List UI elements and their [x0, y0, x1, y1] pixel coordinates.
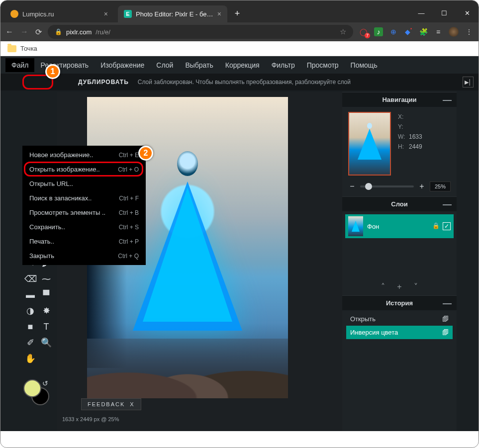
close-window-button[interactable]: ✕: [456, 3, 479, 22]
bookmark-folder-icon[interactable]: [7, 45, 16, 52]
back-button[interactable]: ←: [5, 27, 13, 36]
reload-button[interactable]: ⟳: [35, 27, 42, 37]
menu-image[interactable]: Изображение: [95, 58, 150, 72]
layers-panel-header: Слои —: [342, 196, 457, 211]
minimize-button[interactable]: —: [410, 3, 433, 22]
reading-list-icon[interactable]: ≡: [434, 27, 443, 36]
browser-menu-icon[interactable]: ⋮: [465, 27, 474, 36]
url-field[interactable]: 🔒 pixlr.com/ru/e/ ☆: [48, 25, 353, 39]
file-menu-item-3[interactable]: Поиск в запасниках..Ctrl + F: [22, 191, 146, 205]
history-panel-collapse-icon[interactable]: —: [443, 301, 452, 306]
navigator-info: X: Y: W:1633 H:2449: [398, 112, 422, 176]
zoom-value[interactable]: 25%: [430, 181, 451, 191]
nav-panel-collapse-icon[interactable]: —: [443, 97, 452, 102]
layer-row-background[interactable]: Фон 🔒 ✓: [345, 214, 454, 238]
window-controls: — ☐ ✕: [410, 3, 479, 22]
menu-layer[interactable]: Слой: [150, 58, 179, 72]
menu-adjustment[interactable]: Коррекция: [219, 58, 266, 72]
zoom-tool[interactable]: 🔍: [38, 335, 54, 351]
replace-color-tool[interactable]: ◑: [22, 303, 38, 319]
star-icon[interactable]: ☆: [340, 27, 346, 36]
layer-visible-icon[interactable]: ✓: [443, 222, 451, 230]
menu-select[interactable]: Выбрать: [179, 58, 219, 72]
nav-panel-header: Навигации —: [342, 92, 457, 107]
profile-avatar[interactable]: [449, 27, 459, 37]
forward-button[interactable]: →: [20, 27, 28, 36]
ext-globe-icon[interactable]: ⊕: [389, 27, 398, 36]
sharpen-tool[interactable]: ✸: [38, 303, 54, 319]
extensions-puzzle-icon[interactable]: 🧩: [419, 27, 428, 36]
history-item-open[interactable]: Открыть 🗐: [346, 312, 453, 326]
layer-thumbnail: [348, 216, 363, 236]
tab1-close-icon[interactable]: ×: [104, 10, 108, 18]
file-menu-label: Открыть изображение..: [29, 166, 100, 173]
favicon-lumpics: [10, 10, 18, 18]
tab-pixlr[interactable]: E Photo Editor: Pixlr E - бесплатны ×: [118, 5, 227, 22]
file-menu-item-1[interactable]: Открыть изображение..Ctrl + O: [22, 162, 146, 177]
file-menu-item-0[interactable]: Новое изображение..Ctrl + E: [22, 148, 146, 162]
ext-cube-icon[interactable]: ◆•: [404, 27, 413, 36]
opt-duplicate[interactable]: ДУБЛИРОВАТЬ: [78, 79, 129, 86]
file-menu-shortcut: Ctrl + P: [119, 238, 139, 245]
navigator-thumbnail[interactable]: [348, 112, 391, 176]
annotation-badge-2: 2: [138, 146, 153, 161]
ext-music-icon[interactable]: ♪: [374, 27, 383, 36]
layers-panel-collapse-icon[interactable]: —: [443, 202, 452, 207]
file-menu-shortcut: Ctrl + B: [119, 209, 139, 216]
zoom-out-button[interactable]: −: [348, 182, 356, 191]
layer-lock-icon[interactable]: 🔒: [432, 222, 440, 230]
feedback-button[interactable]: FEEDBACK X: [81, 398, 141, 410]
history-panel-header: История —: [342, 295, 457, 310]
new-tab-button[interactable]: +: [230, 6, 244, 20]
url-path: /ru/e/: [96, 28, 110, 36]
file-menu-item-7[interactable]: ЗакрытьCtrl + Q: [22, 249, 146, 263]
menu-view[interactable]: Просмотр: [301, 58, 345, 72]
gradient-tool[interactable]: ▀: [38, 287, 54, 303]
fill-tool[interactable]: ▬: [22, 287, 38, 303]
zoom-slider[interactable]: [360, 185, 414, 187]
expand-options-icon[interactable]: ▶│: [463, 77, 474, 88]
ext-opera-icon[interactable]: ◯7: [359, 27, 368, 36]
hand-tool[interactable]: ✋: [22, 351, 38, 366]
locked-message-1: Слой заблокирован. Чтобы выполнять преоб…: [138, 79, 351, 86]
foreground-swatch[interactable]: [23, 379, 41, 397]
layers-footer: ˄ + ˅: [342, 280, 457, 295]
add-layer-icon[interactable]: +: [397, 282, 401, 291]
extension-icons: ◯7 ♪ ⊕ ◆• 🧩 ≡ ⋮: [359, 27, 474, 37]
menu-edit[interactable]: Редактировать: [34, 58, 95, 72]
layer-up-icon[interactable]: ˄: [381, 282, 385, 291]
eraser-tool[interactable]: ⌫: [22, 271, 38, 287]
menu-help[interactable]: Помощь: [345, 58, 383, 72]
file-menu-item-6[interactable]: Печать..Ctrl + P: [22, 234, 146, 249]
shape-tool[interactable]: ■: [22, 319, 38, 335]
menu-file[interactable]: Файл: [5, 58, 34, 72]
maximize-button[interactable]: ☐: [433, 3, 456, 22]
history-list: Открыть 🗐 Инверсия цвета 🗐: [342, 310, 457, 341]
layer-down-icon[interactable]: ˅: [414, 282, 418, 291]
zoom-in-button[interactable]: +: [418, 182, 426, 191]
tab2-close-icon[interactable]: ×: [217, 10, 221, 18]
smudge-tool[interactable]: ⁓: [38, 271, 54, 287]
tab-lumpics[interactable]: Lumpics.ru ×: [4, 5, 114, 22]
eyedropper-tool[interactable]: ✐: [22, 335, 38, 351]
history-doc-icon: 🗐: [442, 315, 449, 323]
tab2-title: Photo Editor: Pixlr E - бесплатны: [136, 10, 213, 18]
nav-w-value: 1633: [409, 133, 422, 140]
file-menu-label: Открыть URL..: [29, 180, 73, 187]
history-item-invert[interactable]: Инверсия цвета 🗐: [346, 326, 453, 339]
feedback-close-icon[interactable]: X: [130, 401, 134, 407]
file-menu-item-2[interactable]: Открыть URL..: [22, 177, 146, 191]
menu-filter[interactable]: Фильтр: [266, 58, 301, 72]
bookmark-label[interactable]: Точка: [20, 45, 37, 52]
history-panel-title: История: [386, 299, 413, 307]
swap-colors-icon[interactable]: ↺: [42, 379, 48, 387]
nav-h-label: H:: [398, 142, 409, 152]
bookmarks-bar: Точка: [0, 41, 479, 56]
address-bar: ← → ⟳ 🔒 pixlr.com/ru/e/ ☆ ◯7 ♪ ⊕ ◆• 🧩 ≡ …: [0, 22, 479, 41]
file-menu-shortcut: Ctrl + S: [119, 224, 139, 231]
file-menu-item-4[interactable]: Просмотреть элементы ..Ctrl + B: [22, 205, 146, 220]
url-domain: pixlr.com: [66, 28, 92, 36]
file-menu-item-5[interactable]: Сохранить..Ctrl + S: [22, 220, 146, 234]
text-tool[interactable]: T: [38, 319, 54, 335]
nav-y-label: Y:: [398, 122, 409, 132]
